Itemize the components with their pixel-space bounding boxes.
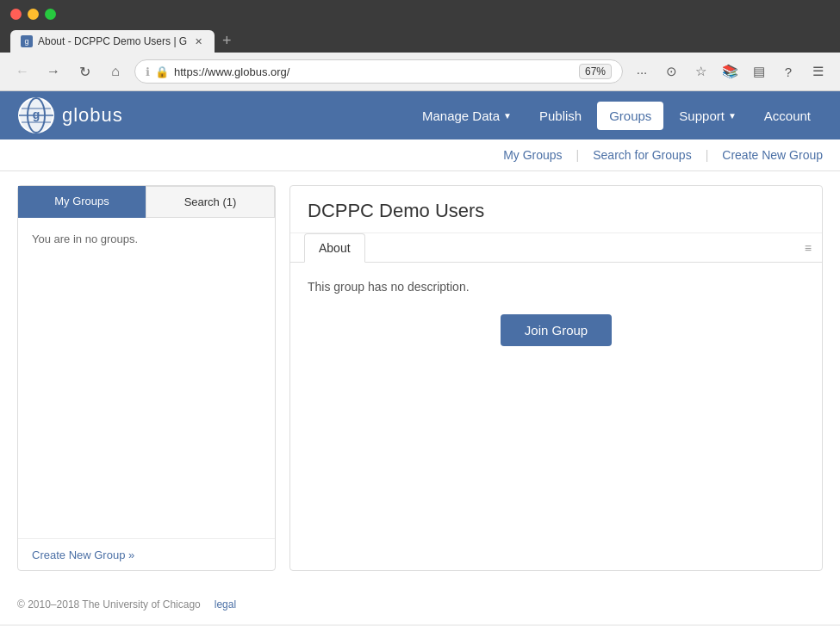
left-panel-tabs: My Groups Search (1) (18, 186, 275, 218)
sub-nav-sep-2: | (706, 148, 709, 162)
group-title: DCPPC Demo Users (290, 186, 822, 233)
header-navigation: Manage Data ▼ Publish Groups Support ▼ A… (410, 102, 823, 130)
back-button[interactable]: ← (10, 59, 34, 84)
svg-text:g: g (33, 108, 40, 121)
close-window-button[interactable] (10, 9, 22, 20)
info-icon: ℹ (146, 65, 150, 78)
tab-bar: g About - DCPPC Demo Users | G ✕ + (0, 28, 840, 53)
bookmark-button[interactable]: ☆ (688, 59, 712, 84)
group-tab-about[interactable]: About (304, 233, 365, 263)
minimize-window-button[interactable] (28, 9, 39, 20)
tab-favicon: g (21, 35, 33, 47)
sub-nav-sep-1: | (576, 148, 580, 162)
home-button[interactable]: ⌂ (103, 59, 128, 84)
left-panel-footer: Create New Group » (18, 538, 275, 570)
no-groups-message: You are in no groups. (32, 232, 138, 245)
maximize-window-button[interactable] (45, 9, 56, 20)
join-group-button[interactable]: Join Group (501, 314, 612, 346)
logo-text: globus (62, 104, 123, 127)
left-panel-body: You are in no groups. (18, 218, 275, 538)
tab-my-groups[interactable]: My Groups (18, 186, 146, 218)
nav-publish[interactable]: Publish (527, 102, 594, 130)
address-bar[interactable]: ℹ 🔒 https://www.globus.org/ 67% (134, 59, 623, 84)
more-options-button[interactable]: ··· (630, 59, 654, 84)
reload-button[interactable]: ↻ (72, 59, 96, 84)
zoom-indicator: 67% (579, 64, 612, 79)
nav-manage-data[interactable]: Manage Data ▼ (410, 102, 524, 130)
nav-account[interactable]: Account (752, 102, 823, 130)
main-content: My Groups Search (1) You are in no group… (0, 171, 840, 585)
sub-nav-my-groups[interactable]: My Groups (503, 148, 562, 162)
nav-bar: ← → ↻ ⌂ ℹ 🔒 https://www.globus.org/ 67% … (0, 53, 840, 91)
support-chevron: ▼ (728, 111, 737, 121)
window-controls (10, 9, 56, 20)
sub-nav-search-for-groups[interactable]: Search for Groups (593, 148, 691, 162)
url-display: https://www.globus.org/ (174, 65, 574, 78)
menu-button[interactable]: ☰ (806, 59, 830, 84)
new-tab-button[interactable]: + (215, 28, 239, 53)
forward-button[interactable]: → (41, 59, 65, 84)
footer-legal-link[interactable]: legal (215, 598, 236, 611)
group-tabs: About ≡ (290, 233, 822, 263)
nav-support[interactable]: Support ▼ (667, 102, 748, 130)
app-container: g globus Manage Data ▼ Publish Groups Su… (0, 91, 840, 624)
browser-tab[interactable]: g About - DCPPC Demo Users | G ✕ (10, 30, 215, 53)
manage-data-chevron: ▼ (503, 111, 512, 121)
sub-nav-create-new-group[interactable]: Create New Group (722, 148, 823, 162)
browser-nav-icons: ··· ⊙ ☆ 📚 ▤ ? ☰ (630, 59, 830, 84)
right-panel: DCPPC Demo Users About ≡ This group has … (289, 185, 823, 571)
tab-title: About - DCPPC Demo Users | G (38, 35, 187, 47)
reader-view-button[interactable]: ▤ (747, 59, 771, 84)
nav-groups[interactable]: Groups (597, 102, 663, 130)
group-content: This group has no description. Join Grou… (290, 263, 822, 381)
footer-copyright: © 2010–2018 The University of Chicago (17, 598, 201, 611)
tab-search[interactable]: Search (1) (146, 186, 275, 218)
tab-close-button[interactable]: ✕ (192, 35, 204, 47)
create-new-group-link[interactable]: Create New Group » (32, 549, 134, 561)
library-button[interactable]: 📚 (718, 59, 742, 84)
globus-logo[interactable]: g globus (17, 96, 123, 134)
group-description: This group has no description. (308, 280, 805, 294)
sub-navigation: My Groups | Search for Groups | Create N… (0, 139, 840, 171)
help-button[interactable]: ? (776, 59, 800, 84)
lock-icon: 🔒 (155, 65, 169, 78)
page-footer: © 2010–2018 The University of Chicago le… (0, 585, 840, 624)
left-panel: My Groups Search (1) You are in no group… (17, 185, 276, 571)
group-tab-actions-icon[interactable]: ≡ (805, 241, 822, 255)
globus-header: g globus Manage Data ▼ Publish Groups Su… (0, 91, 840, 139)
globus-logo-icon: g (17, 96, 55, 134)
pocket-button[interactable]: ⊙ (659, 59, 683, 84)
